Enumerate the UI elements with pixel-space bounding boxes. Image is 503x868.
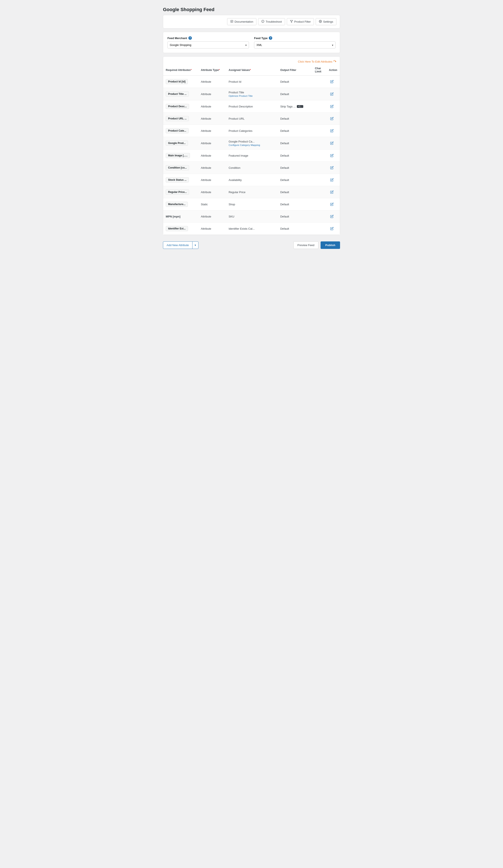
attribute-badge: Identifier Exi... xyxy=(166,226,188,231)
feed-config: Feed Merchant ? Google Shopping ▾ Feed T… xyxy=(163,32,340,53)
output-filter: Default xyxy=(278,198,312,210)
char-limit xyxy=(312,223,326,235)
attribute-badge: Manufacture... xyxy=(166,202,188,207)
attribute-badge: Condition [co... xyxy=(166,165,189,170)
char-limit xyxy=(312,113,326,125)
action-cell xyxy=(326,174,340,186)
assigned-value: Featured Image xyxy=(226,149,278,162)
output-filter: Default xyxy=(278,210,312,223)
th-char-limit: CharLimit xyxy=(312,65,326,76)
page-title: Google Shopping Feed xyxy=(163,3,340,15)
assigned-value: Availability xyxy=(226,174,278,186)
merchant-help-icon[interactable]: ? xyxy=(189,36,192,40)
output-filter: Default xyxy=(278,174,312,186)
table-row: MPN [mpn]AttributeSKUDefault xyxy=(163,210,340,223)
attribute-type: Attribute xyxy=(198,186,226,198)
add-new-attribute-button[interactable]: Add New Attribute ▾ xyxy=(163,241,199,249)
assigned-value: Product Id xyxy=(226,76,278,88)
attributes-section: Click Here To Edit Attributes ↷ Required… xyxy=(163,56,340,235)
table-row: Google Prod...AttributeGoogle Product Ca… xyxy=(163,137,340,149)
th-action: Action xyxy=(326,65,340,76)
action-cell xyxy=(326,198,340,210)
add-new-label[interactable]: Add New Attribute xyxy=(163,241,192,249)
action-cell xyxy=(326,76,340,88)
action-cell xyxy=(326,210,340,223)
attribute-badge: Stock Status ... xyxy=(166,177,189,183)
assigned-sub-link[interactable]: Configure Category Mapping xyxy=(229,144,275,146)
action-cell xyxy=(326,186,340,198)
output-filter: Strip Tags ... +1... xyxy=(278,101,312,113)
gear-icon xyxy=(319,20,322,23)
action-cell xyxy=(326,125,340,137)
table-row: Product Title ...AttributeProduct TitleO… xyxy=(163,88,340,101)
preview-feed-button[interactable]: Preview Feed xyxy=(293,241,319,249)
publish-button[interactable]: Publish xyxy=(321,241,340,249)
svg-marker-7 xyxy=(290,20,293,23)
output-filter: Default xyxy=(278,149,312,162)
table-row: Manufacture...StaticShopDefault xyxy=(163,198,340,210)
edit-button[interactable] xyxy=(329,214,335,219)
edit-button[interactable] xyxy=(329,153,335,158)
assigned-value: Google Product Ca...Configure Category M… xyxy=(226,137,278,149)
output-filter: Default xyxy=(278,125,312,137)
pencil-icon xyxy=(330,129,334,133)
edit-attributes-link[interactable]: Click Here To Edit Attributes xyxy=(298,60,332,63)
pencil-icon xyxy=(330,203,334,206)
edit-button[interactable] xyxy=(329,201,335,207)
edit-button[interactable] xyxy=(329,177,335,183)
edit-button[interactable] xyxy=(329,116,335,122)
output-filter: Default xyxy=(278,76,312,88)
pencil-icon xyxy=(330,142,334,145)
action-cell xyxy=(326,88,340,101)
attribute-type: Attribute xyxy=(198,88,226,101)
edit-button[interactable] xyxy=(329,226,335,231)
edit-button[interactable] xyxy=(329,79,335,85)
feed-type-select[interactable]: XML xyxy=(254,41,335,49)
table-row: Regular Price...AttributeRegular PriceDe… xyxy=(163,186,340,198)
feed-merchant-select[interactable]: Google Shopping xyxy=(168,41,249,49)
attribute-type: Static xyxy=(198,198,226,210)
attributes-table: Required Attributes Attribute Type Assig… xyxy=(163,65,340,235)
info-icon xyxy=(261,20,264,23)
svg-point-8 xyxy=(320,21,321,22)
settings-button[interactable]: Settings xyxy=(316,18,336,25)
table-row: Product URL ...AttributeProduct URLDefau… xyxy=(163,113,340,125)
attribute-badge: Product Id [id] xyxy=(166,79,188,84)
add-new-dropdown-arrow[interactable]: ▾ xyxy=(192,241,198,249)
output-filter: Default xyxy=(278,88,312,101)
output-filter: Default xyxy=(278,186,312,198)
documentation-button[interactable]: Documentation xyxy=(227,18,256,25)
arrow-down-icon: ↷ xyxy=(333,59,336,64)
attribute-type: Attribute xyxy=(198,137,226,149)
top-nav: Documentation Troubleshoot Product Filte… xyxy=(163,15,340,28)
feed-type-label: Feed Type ? xyxy=(254,36,335,40)
feedtype-help-icon[interactable]: ? xyxy=(269,36,272,40)
assigned-sub-link[interactable]: Optimize Product Title xyxy=(229,95,275,97)
edit-button[interactable] xyxy=(329,140,335,146)
assigned-value: Shop xyxy=(226,198,278,210)
edit-button[interactable] xyxy=(329,128,335,134)
action-cell xyxy=(326,101,340,113)
assigned-value: Product Description xyxy=(226,101,278,113)
product-filter-button[interactable]: Product Filter xyxy=(287,18,314,25)
output-filter: Default xyxy=(278,223,312,235)
filter-icon xyxy=(290,20,293,23)
edit-button[interactable] xyxy=(329,103,335,110)
char-limit xyxy=(312,186,326,198)
edit-button[interactable] xyxy=(329,91,335,97)
pencil-icon xyxy=(330,92,334,96)
edit-button[interactable] xyxy=(329,165,335,171)
attribute-type: Attribute xyxy=(198,125,226,137)
char-limit xyxy=(312,101,326,113)
attribute-type: Attribute xyxy=(198,76,226,88)
attribute-badge: Product Title ... xyxy=(166,91,189,96)
char-limit xyxy=(312,162,326,174)
table-row: Identifier Exi...AttributeIdentifier Exi… xyxy=(163,223,340,235)
edit-button[interactable] xyxy=(329,189,335,195)
char-limit xyxy=(312,76,326,88)
attribute-type: Attribute xyxy=(198,210,226,223)
pencil-icon xyxy=(330,215,334,218)
troubleshoot-button[interactable]: Troubleshoot xyxy=(258,18,285,25)
assigned-value: Product Categories xyxy=(226,125,278,137)
table-row: Product Desc...AttributeProduct Descript… xyxy=(163,101,340,113)
